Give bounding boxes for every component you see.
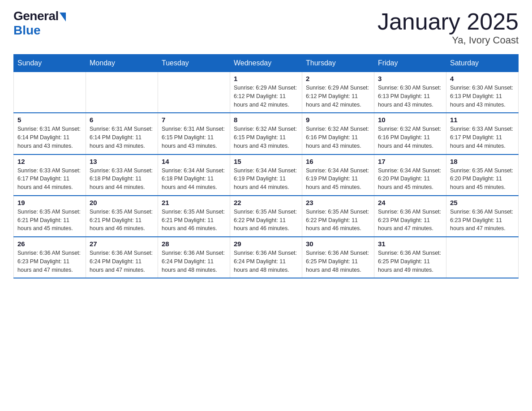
calendar-cell xyxy=(14,72,86,113)
day-number: 29 xyxy=(234,240,298,248)
day-number: 20 xyxy=(90,199,154,206)
day-number: 11 xyxy=(450,116,515,124)
day-number: 4 xyxy=(450,75,515,82)
calendar-cell: 22Sunrise: 6:35 AM Sunset: 6:22 PM Dayli… xyxy=(230,196,302,237)
day-info: Sunrise: 6:36 AM Sunset: 6:23 PM Dayligh… xyxy=(450,208,515,233)
calendar-cell: 9Sunrise: 6:32 AM Sunset: 6:16 PM Daylig… xyxy=(302,113,374,154)
day-number: 1 xyxy=(234,75,298,82)
day-number: 25 xyxy=(450,199,515,206)
day-info: Sunrise: 6:33 AM Sunset: 6:17 PM Dayligh… xyxy=(17,167,82,192)
day-number: 10 xyxy=(378,116,442,124)
day-info: Sunrise: 6:31 AM Sunset: 6:15 PM Dayligh… xyxy=(162,125,226,150)
header-friday: Friday xyxy=(374,55,446,72)
logo-blue-text: Blue xyxy=(13,23,41,38)
day-number: 18 xyxy=(450,158,515,165)
calendar-cell: 4Sunrise: 6:30 AM Sunset: 6:13 PM Daylig… xyxy=(446,72,519,113)
day-number: 17 xyxy=(378,158,442,165)
calendar-cell: 2Sunrise: 6:29 AM Sunset: 6:12 PM Daylig… xyxy=(302,72,374,113)
day-info: Sunrise: 6:34 AM Sunset: 6:18 PM Dayligh… xyxy=(162,167,226,192)
calendar-cell: 31Sunrise: 6:36 AM Sunset: 6:25 PM Dayli… xyxy=(374,237,446,278)
day-number: 9 xyxy=(306,116,370,124)
calendar-cell: 20Sunrise: 6:35 AM Sunset: 6:21 PM Dayli… xyxy=(86,196,158,237)
day-info: Sunrise: 6:32 AM Sunset: 6:16 PM Dayligh… xyxy=(306,125,370,150)
day-number: 7 xyxy=(162,116,226,124)
calendar-cell: 26Sunrise: 6:36 AM Sunset: 6:23 PM Dayli… xyxy=(14,237,86,278)
day-number: 16 xyxy=(306,158,370,165)
calendar-cell: 12Sunrise: 6:33 AM Sunset: 6:17 PM Dayli… xyxy=(14,154,86,196)
calendar-cell: 21Sunrise: 6:35 AM Sunset: 6:21 PM Dayli… xyxy=(158,196,230,237)
day-number: 15 xyxy=(234,158,298,165)
calendar-cell: 3Sunrise: 6:30 AM Sunset: 6:13 PM Daylig… xyxy=(374,72,446,113)
day-number: 30 xyxy=(306,240,370,248)
day-info: Sunrise: 6:34 AM Sunset: 6:20 PM Dayligh… xyxy=(378,167,442,192)
calendar-cell: 1Sunrise: 6:29 AM Sunset: 6:12 PM Daylig… xyxy=(230,72,302,113)
day-info: Sunrise: 6:35 AM Sunset: 6:21 PM Dayligh… xyxy=(162,208,226,233)
calendar-cell: 14Sunrise: 6:34 AM Sunset: 6:18 PM Dayli… xyxy=(158,154,230,196)
day-info: Sunrise: 6:31 AM Sunset: 6:14 PM Dayligh… xyxy=(17,125,82,150)
calendar-cell: 23Sunrise: 6:35 AM Sunset: 6:22 PM Dayli… xyxy=(302,196,374,237)
calendar-cell: 24Sunrise: 6:36 AM Sunset: 6:23 PM Dayli… xyxy=(374,196,446,237)
day-number: 28 xyxy=(162,240,226,248)
calendar-cell: 11Sunrise: 6:33 AM Sunset: 6:17 PM Dayli… xyxy=(446,113,519,154)
day-info: Sunrise: 6:35 AM Sunset: 6:21 PM Dayligh… xyxy=(17,208,82,233)
calendar-cell: 17Sunrise: 6:34 AM Sunset: 6:20 PM Dayli… xyxy=(374,154,446,196)
calendar-table: SundayMondayTuesdayWednesdayThursdayFrid… xyxy=(13,54,519,278)
header-sunday: Sunday xyxy=(14,55,86,72)
day-number: 26 xyxy=(17,240,82,248)
calendar-cell: 10Sunrise: 6:32 AM Sunset: 6:16 PM Dayli… xyxy=(374,113,446,154)
calendar-cell: 25Sunrise: 6:36 AM Sunset: 6:23 PM Dayli… xyxy=(446,196,519,237)
day-info: Sunrise: 6:29 AM Sunset: 6:12 PM Dayligh… xyxy=(306,84,370,109)
calendar-cell xyxy=(86,72,158,113)
calendar-cell: 30Sunrise: 6:36 AM Sunset: 6:25 PM Dayli… xyxy=(302,237,374,278)
logo-general-text: General xyxy=(13,9,59,23)
day-info: Sunrise: 6:29 AM Sunset: 6:12 PM Dayligh… xyxy=(234,84,298,109)
day-number: 14 xyxy=(162,158,226,165)
calendar-cell: 15Sunrise: 6:34 AM Sunset: 6:19 PM Dayli… xyxy=(230,154,302,196)
day-number: 24 xyxy=(378,199,442,206)
day-number: 6 xyxy=(90,116,154,124)
day-number: 27 xyxy=(90,240,154,248)
header-monday: Monday xyxy=(86,55,158,72)
calendar-week-row: 12Sunrise: 6:33 AM Sunset: 6:17 PM Dayli… xyxy=(14,154,519,196)
day-info: Sunrise: 6:35 AM Sunset: 6:21 PM Dayligh… xyxy=(90,208,154,233)
header-saturday: Saturday xyxy=(446,55,519,72)
calendar-week-row: 26Sunrise: 6:36 AM Sunset: 6:23 PM Dayli… xyxy=(14,237,519,278)
calendar-cell: 5Sunrise: 6:31 AM Sunset: 6:14 PM Daylig… xyxy=(14,113,86,154)
day-number: 21 xyxy=(162,199,226,206)
calendar-week-row: 19Sunrise: 6:35 AM Sunset: 6:21 PM Dayli… xyxy=(14,196,519,237)
calendar-cell xyxy=(446,237,519,278)
logo: General Blue xyxy=(13,9,66,38)
calendar-cell: 8Sunrise: 6:32 AM Sunset: 6:15 PM Daylig… xyxy=(230,113,302,154)
day-info: Sunrise: 6:36 AM Sunset: 6:24 PM Dayligh… xyxy=(90,249,154,274)
day-info: Sunrise: 6:36 AM Sunset: 6:24 PM Dayligh… xyxy=(234,249,298,274)
day-number: 22 xyxy=(234,199,298,206)
day-number: 12 xyxy=(17,158,82,165)
calendar-cell: 18Sunrise: 6:35 AM Sunset: 6:20 PM Dayli… xyxy=(446,154,519,196)
day-info: Sunrise: 6:36 AM Sunset: 6:24 PM Dayligh… xyxy=(162,249,226,274)
day-info: Sunrise: 6:33 AM Sunset: 6:17 PM Dayligh… xyxy=(450,125,515,150)
day-number: 19 xyxy=(17,199,82,206)
day-number: 31 xyxy=(378,240,442,248)
day-number: 8 xyxy=(234,116,298,124)
calendar-cell: 27Sunrise: 6:36 AM Sunset: 6:24 PM Dayli… xyxy=(86,237,158,278)
day-info: Sunrise: 6:33 AM Sunset: 6:18 PM Dayligh… xyxy=(90,167,154,192)
day-info: Sunrise: 6:36 AM Sunset: 6:23 PM Dayligh… xyxy=(378,208,442,233)
day-info: Sunrise: 6:35 AM Sunset: 6:20 PM Dayligh… xyxy=(450,167,515,192)
day-info: Sunrise: 6:36 AM Sunset: 6:25 PM Dayligh… xyxy=(306,249,370,274)
calendar-cell: 6Sunrise: 6:31 AM Sunset: 6:14 PM Daylig… xyxy=(86,113,158,154)
header-thursday: Thursday xyxy=(302,55,374,72)
day-number: 23 xyxy=(306,199,370,206)
calendar-cell: 29Sunrise: 6:36 AM Sunset: 6:24 PM Dayli… xyxy=(230,237,302,278)
day-number: 2 xyxy=(306,75,370,82)
day-info: Sunrise: 6:35 AM Sunset: 6:22 PM Dayligh… xyxy=(234,208,298,233)
calendar-week-row: 5Sunrise: 6:31 AM Sunset: 6:14 PM Daylig… xyxy=(14,113,519,154)
day-info: Sunrise: 6:35 AM Sunset: 6:22 PM Dayligh… xyxy=(306,208,370,233)
calendar-cell: 19Sunrise: 6:35 AM Sunset: 6:21 PM Dayli… xyxy=(14,196,86,237)
day-info: Sunrise: 6:34 AM Sunset: 6:19 PM Dayligh… xyxy=(234,167,298,192)
day-info: Sunrise: 6:30 AM Sunset: 6:13 PM Dayligh… xyxy=(378,84,442,109)
day-info: Sunrise: 6:30 AM Sunset: 6:13 PM Dayligh… xyxy=(450,84,515,109)
calendar-header-row: SundayMondayTuesdayWednesdayThursdayFrid… xyxy=(14,55,519,72)
calendar-cell xyxy=(158,72,230,113)
day-info: Sunrise: 6:36 AM Sunset: 6:25 PM Dayligh… xyxy=(378,249,442,274)
calendar-cell: 28Sunrise: 6:36 AM Sunset: 6:24 PM Dayli… xyxy=(158,237,230,278)
